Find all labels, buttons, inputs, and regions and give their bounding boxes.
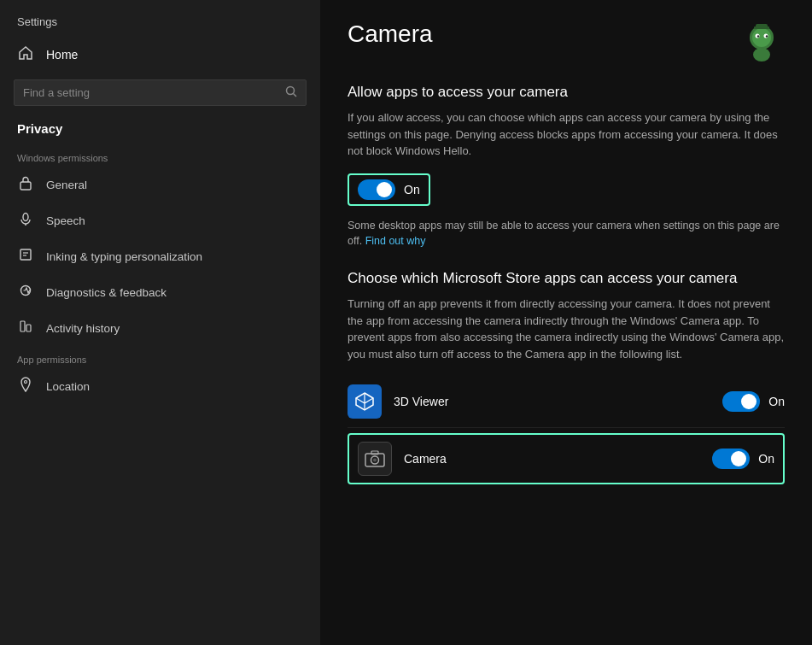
home-nav-item[interactable]: Home: [0, 37, 320, 73]
main-camera-toggle[interactable]: [358, 179, 395, 200]
general-label: General: [46, 179, 87, 191]
section2-description: Turning off an app prevents it from dire…: [348, 296, 785, 362]
mascot-icon: [739, 21, 785, 67]
svg-line-1: [294, 94, 297, 97]
main-camera-toggle-container: On: [348, 173, 430, 206]
windows-permissions-label: Windows permissions: [0, 144, 320, 167]
section1-description: If you allow access, you can choose whic…: [348, 109, 785, 160]
speech-icon: [17, 211, 34, 230]
3dviewer-name: 3D Viewer: [394, 395, 722, 408]
location-icon: [17, 377, 34, 396]
camera-app-name: Camera: [404, 452, 712, 466]
section1-title: Allow apps to access your camera: [348, 84, 785, 101]
svg-rect-19: [756, 24, 768, 28]
diagnostics-icon: [17, 283, 34, 302]
svg-point-20: [753, 48, 770, 62]
svg-rect-5: [20, 249, 31, 260]
main-camera-toggle-label: On: [404, 183, 420, 196]
search-icon: [285, 85, 297, 100]
camera-toggle-label: On: [758, 452, 774, 466]
privacy-label: Privacy: [0, 116, 320, 144]
sidebar-item-inking[interactable]: Inking & typing personalization: [0, 238, 320, 274]
app-permissions-label: App permissions: [0, 346, 320, 368]
svg-rect-9: [20, 321, 25, 331]
camera-app-icon: [358, 442, 392, 476]
svg-rect-2: [20, 182, 31, 190]
page-title: Camera: [348, 21, 433, 48]
search-input[interactable]: [23, 86, 278, 99]
sidebar-item-general[interactable]: General: [0, 167, 320, 202]
3dviewer-toggle-label: On: [768, 395, 785, 408]
location-label: Location: [46, 380, 90, 393]
3dviewer-toggle-row: On: [722, 391, 785, 412]
inking-icon: [17, 247, 34, 266]
lock-icon: [17, 175, 34, 194]
3dviewer-toggle[interactable]: [722, 391, 760, 412]
main-content: Camera Allow apps to access your camera …: [320, 0, 812, 645]
section1-note: Some desktop apps may still be able to a…: [348, 218, 785, 250]
sidebar: Settings Home Privacy Windows permission…: [0, 0, 320, 645]
svg-rect-10: [26, 325, 31, 331]
inking-label: Inking & typing personalization: [46, 250, 202, 263]
home-icon: [17, 45, 34, 64]
home-label: Home: [46, 48, 78, 62]
3dviewer-icon: [348, 384, 382, 419]
camera-toggle-knob: [731, 451, 746, 466]
search-box[interactable]: [14, 79, 307, 106]
svg-point-24: [373, 459, 377, 462]
svg-point-11: [25, 381, 27, 384]
svg-point-3: [23, 214, 28, 221]
activity-icon: [17, 319, 34, 337]
app-row-3dviewer: 3D Viewer On: [348, 376, 785, 428]
speech-label: Speech: [46, 214, 85, 227]
svg-point-13: [752, 28, 771, 47]
svg-rect-23: [371, 451, 378, 454]
sidebar-item-diagnostics[interactable]: Diagnostics & feedback: [0, 274, 320, 310]
camera-toggle-row: On: [712, 449, 774, 469]
svg-point-17: [766, 35, 768, 37]
sidebar-item-activity[interactable]: Activity history: [0, 310, 320, 346]
sidebar-item-speech[interactable]: Speech: [0, 202, 320, 238]
app-row-camera: Camera On: [348, 433, 785, 484]
sidebar-item-location[interactable]: Location: [0, 368, 320, 404]
camera-toggle[interactable]: [712, 449, 750, 469]
diagnostics-label: Diagnostics & feedback: [46, 286, 166, 299]
section2-title: Choose which Microsoft Store apps can ac…: [348, 270, 785, 287]
app-title: Settings: [0, 0, 320, 37]
svg-point-0: [287, 87, 295, 95]
activity-label: Activity history: [46, 322, 120, 335]
page-header: Camera: [348, 21, 785, 67]
toggle-knob: [377, 182, 392, 197]
svg-point-16: [757, 35, 759, 37]
find-out-why-link[interactable]: Find out why: [365, 235, 426, 247]
3dviewer-toggle-knob: [741, 394, 757, 409]
main-camera-toggle-row: On: [348, 173, 785, 206]
